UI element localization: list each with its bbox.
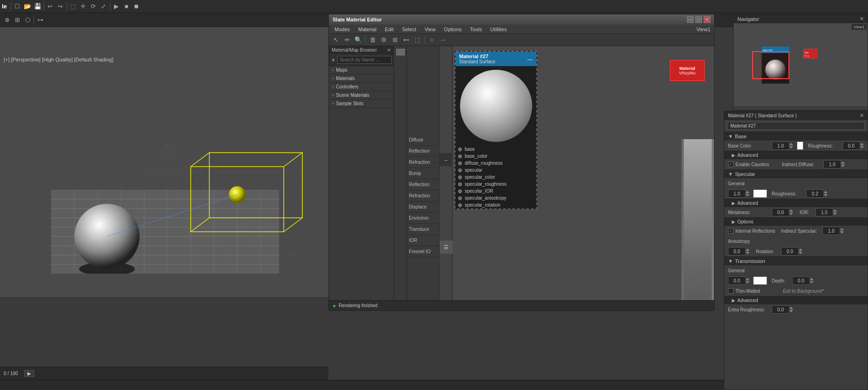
ex-rough-down[interactable] — [789, 310, 793, 312]
undo-icon[interactable]: ↩ — [45, 1, 55, 12]
spec-value-input[interactable] — [728, 189, 746, 198]
aniso-up[interactable] — [746, 249, 749, 251]
metal-up[interactable] — [789, 209, 793, 212]
options-header[interactable]: ▶ Options — [724, 217, 868, 226]
aniso-input[interactable] — [728, 247, 746, 256]
browser-sample-slots-item[interactable]: + Sample Slots — [329, 100, 394, 108]
browser-maps-item[interactable]: + Maps — [329, 66, 394, 74]
slate-zoom-icon[interactable]: 🔍 — [353, 35, 363, 45]
thin-walled-checkbox[interactable] — [728, 288, 734, 294]
roughness-input[interactable] — [842, 141, 860, 150]
spec-rough-down[interactable] — [824, 194, 828, 196]
slate-material-sphere-icon[interactable]: ○ — [427, 35, 437, 45]
preview-strip-btn[interactable]: – — [440, 153, 453, 166]
scale-icon[interactable]: ⤢ — [99, 1, 109, 12]
socket-specular-rotation[interactable]: specular_rotation — [455, 202, 536, 208]
section-transmission-header[interactable]: ▼ Transmission — [724, 256, 868, 265]
search-input[interactable] — [337, 56, 392, 64]
menu-utilities[interactable]: Utilities — [487, 26, 510, 33]
depth-up[interactable] — [810, 278, 814, 280]
trans-color-swatch[interactable] — [753, 276, 767, 285]
section-base-header[interactable]: ▼ Base — [724, 132, 868, 141]
maximize-button[interactable]: □ — [695, 16, 702, 23]
material-node-27[interactable]: Material #27 Standard Surface — base bas… — [454, 51, 537, 209]
navigator-close-icon[interactable]: ✕ — [860, 16, 864, 22]
spec-down[interactable] — [746, 194, 749, 196]
rot-up[interactable] — [799, 249, 802, 251]
ex-rough-up[interactable] — [789, 307, 793, 309]
trans-up[interactable] — [746, 278, 749, 280]
depth-input[interactable] — [792, 276, 810, 285]
socket-specular-anisotropy[interactable]: specular_anisotropy — [455, 195, 536, 202]
node-collapse-icon[interactable]: — — [527, 56, 533, 62]
ior-down[interactable] — [833, 213, 837, 215]
browser-materials-item[interactable]: + Materials — [329, 74, 394, 83]
ind-spec-up[interactable] — [840, 228, 844, 230]
view1-canvas[interactable]: – Diffuse Reflection Refraction Bump Ref… — [394, 46, 714, 300]
ind-spec-down[interactable] — [840, 231, 844, 234]
props-close-icon[interactable]: ✕ — [860, 113, 864, 119]
slate-delete-icon[interactable]: 🗑 — [367, 35, 378, 45]
advanced-specular-header[interactable]: ▶ Advanced — [724, 199, 868, 207]
slate-layout-icon[interactable]: ⊞ — [390, 35, 400, 45]
slate-frame-icon[interactable]: ⬚ — [412, 35, 422, 45]
open-icon[interactable]: 📂 — [22, 1, 33, 12]
grid-icon[interactable]: ⊞ — [12, 15, 22, 25]
menu-view[interactable]: View — [421, 26, 440, 33]
close-button[interactable]: ✕ — [704, 16, 710, 23]
select-icon[interactable]: ⬚ — [68, 1, 78, 12]
redo-icon[interactable]: ↪ — [55, 1, 66, 12]
preview-strip-btn2[interactable]: ☰ — [440, 241, 453, 254]
align-icon[interactable]: ⊶ — [35, 15, 45, 25]
spec-up[interactable] — [746, 191, 749, 193]
roughness-spin-up[interactable] — [860, 143, 864, 145]
metalness-input[interactable] — [772, 208, 789, 216]
base-value-input[interactable] — [772, 141, 789, 150]
spec-color-swatch[interactable] — [753, 189, 767, 198]
menu-modes[interactable]: Modes — [331, 26, 354, 33]
rot-down[interactable] — [799, 252, 802, 254]
ior-up[interactable] — [833, 209, 837, 212]
rotation-input[interactable] — [781, 247, 799, 256]
snap-icon[interactable]: ⊕ — [2, 15, 12, 25]
base-spin-up[interactable] — [789, 143, 793, 145]
play-button[interactable]: ▶ — [24, 370, 34, 377]
ior-input[interactable] — [815, 208, 833, 216]
spec-rough-up[interactable] — [824, 191, 828, 193]
socket-specular-ior[interactable]: specular_IOR — [455, 188, 536, 195]
slate-align-icon[interactable]: ⊷ — [401, 35, 411, 45]
connector-btn-1[interactable]: – — [396, 49, 405, 55]
slate-pan-icon[interactable]: ✏ — [342, 35, 352, 45]
slate-pointer-icon[interactable]: ↖ — [331, 35, 341, 45]
trans-input[interactable] — [728, 276, 746, 285]
browser-close-icon[interactable]: ✕ — [387, 47, 391, 53]
enable-caustics-checkbox[interactable]: ✓ — [728, 161, 734, 167]
slate-options-icon[interactable]: ⚙ — [379, 35, 389, 45]
base-spin-down[interactable] — [789, 146, 793, 148]
material-name-input[interactable] — [727, 122, 865, 130]
menu-edit[interactable]: Edit — [381, 26, 397, 33]
metal-down[interactable] — [789, 213, 793, 215]
menu-material[interactable]: Material — [354, 26, 380, 33]
menu-select[interactable]: Select — [398, 26, 420, 33]
browser-scene-materials-item[interactable]: + Scene Materials — [329, 91, 394, 100]
depth-down[interactable] — [810, 281, 814, 283]
ind-diff-up[interactable] — [841, 161, 845, 164]
move-icon[interactable]: ✛ — [78, 1, 88, 12]
ind-diff-down[interactable] — [841, 165, 845, 167]
section-specular-header[interactable]: ▼ Specular — [724, 169, 868, 178]
stop-icon[interactable]: ■ — [121, 1, 132, 12]
menu-tools[interactable]: Tools — [466, 26, 486, 33]
socket-specular-color[interactable]: specular_color — [455, 174, 536, 181]
extra-rough-input[interactable] — [772, 305, 789, 314]
ind-spec-input[interactable] — [822, 227, 840, 235]
socket-base[interactable]: base — [455, 146, 536, 153]
int-reflections-checkbox[interactable]: ✓ — [728, 228, 734, 234]
record-icon[interactable]: ⏺ — [132, 1, 142, 12]
new-icon[interactable]: ☐ — [12, 1, 22, 12]
slate-assign-icon[interactable]: → — [438, 35, 448, 45]
socket-specular-roughness[interactable]: specular_roughness — [455, 181, 536, 188]
aniso-down[interactable] — [746, 252, 749, 254]
save-icon[interactable]: 💾 — [33, 1, 43, 12]
base-color-swatch[interactable] — [797, 141, 803, 150]
